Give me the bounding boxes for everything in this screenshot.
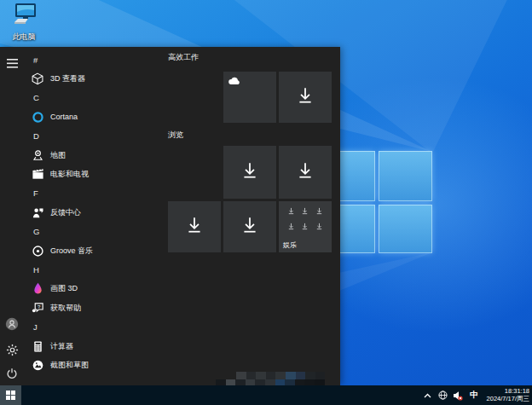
calculator-icon-box — [31, 339, 44, 353]
mosaic-block — [235, 379, 246, 385]
app-list-section-letter[interactable]: G — [26, 223, 162, 241]
tray-network-button[interactable] — [437, 390, 448, 402]
mosaic-block — [315, 372, 326, 379]
download-arrow-icon — [287, 223, 295, 230]
mosaic-block — [216, 379, 226, 385]
app-label: 3D 查看器 — [50, 73, 85, 84]
app-label: Groove 音乐 — [50, 246, 93, 257]
folder-tile-label: 娱乐 — [283, 240, 297, 250]
mosaic-block — [296, 372, 306, 379]
app-label: 地图 — [50, 150, 66, 161]
ime-indicator[interactable]: 中 — [468, 390, 480, 401]
app-label: G — [33, 227, 39, 236]
tile-pending-download[interactable] — [223, 201, 276, 252]
app-label: D — [33, 131, 39, 141]
movies-tv-icon-box — [31, 168, 44, 182]
app-label: J — [33, 322, 38, 332]
tile-pending-download[interactable] — [223, 146, 276, 199]
tile-pending-download[interactable] — [168, 201, 221, 252]
system-tray: 中 18:31:18 2024/7/17/周三 — [422, 385, 532, 405]
paint-3d-icon-box — [31, 282, 44, 296]
app-list-item[interactable]: 反馈中心 — [26, 203, 162, 222]
download-arrow-icon — [240, 161, 259, 180]
app-list-item[interactable]: 计算器 — [26, 337, 162, 356]
tile-group-title: 高效工作 — [168, 52, 199, 63]
app-list-item[interactable]: 画图 3D — [26, 280, 162, 298]
power-button[interactable] — [3, 364, 21, 383]
tile-pending-download[interactable] — [279, 72, 332, 123]
tray-chevron-button[interactable] — [422, 390, 432, 402]
settings-button[interactable] — [3, 340, 21, 359]
mosaic-block — [285, 379, 295, 385]
user-avatar-icon — [5, 317, 19, 331]
app-list-section-letter[interactable]: # — [26, 50, 162, 69]
app-list-section-letter[interactable]: D — [26, 127, 162, 146]
power-icon — [6, 367, 18, 379]
taskbar-clock[interactable]: 18:31:18 2024/7/17/周三 — [485, 388, 530, 402]
tile-pending-download[interactable] — [279, 146, 332, 199]
tile-onedrive[interactable] — [223, 72, 276, 123]
app-list: #3D 查看器CCortanaD地图电影和电视F反馈中心GGroove 音乐H画… — [26, 50, 162, 375]
groove-music-icon — [32, 245, 44, 257]
app-list-item[interactable]: Cortana — [26, 107, 162, 126]
mosaic-block — [304, 379, 315, 385]
mosaic-block — [305, 372, 315, 379]
feedback-hub-icon-box — [31, 205, 44, 219]
download-arrow-icon — [296, 161, 315, 180]
download-arrow-icon — [301, 207, 309, 215]
onedrive-cloud-icon — [228, 77, 241, 85]
start-menu: #3D 查看器CCortanaD地图电影和电视F反馈中心GGroove 音乐H画… — [0, 47, 340, 385]
wallpaper-logo-pane — [379, 151, 432, 201]
desktop-icon-label: 此电脑 — [5, 32, 43, 43]
mosaic-block — [246, 379, 256, 385]
3d-viewer-icon — [32, 72, 44, 85]
app-list-section-letter[interactable]: F — [26, 184, 162, 203]
download-arrow-icon — [315, 207, 323, 215]
mosaic-block — [275, 372, 286, 379]
app-list-item[interactable]: ?获取帮助 — [26, 298, 162, 317]
get-help-icon-box: ? — [31, 301, 44, 315]
app-list-item[interactable]: 截图和草图 — [26, 356, 162, 374]
download-arrow — [240, 216, 259, 238]
mosaic-block — [266, 372, 276, 379]
feedback-hub-icon — [32, 206, 44, 219]
mosaic-row — [236, 372, 325, 379]
app-label: 电影和电视 — [50, 169, 89, 180]
tile-group-title: 浏览 — [168, 130, 183, 141]
app-list-item[interactable]: 电影和电视 — [26, 165, 162, 183]
svg-text:?: ? — [37, 303, 40, 309]
windows-start-icon — [6, 391, 15, 400]
speaker-muted-icon — [453, 391, 463, 401]
start-button[interactable] — [0, 385, 21, 405]
get-help-icon: ? — [32, 302, 44, 315]
mosaic-block — [255, 379, 265, 385]
app-list-item[interactable]: 3D 查看器 — [26, 69, 162, 88]
menu-hamburger-button[interactable] — [3, 54, 21, 72]
mosaic-block — [236, 372, 246, 379]
clock-date: 2024/7/17/周三 — [485, 396, 529, 403]
mosaic-block — [295, 379, 305, 385]
download-arrow — [185, 216, 204, 238]
maps-icon — [32, 149, 44, 162]
snip-sketch-icon — [32, 359, 44, 372]
app-label: # — [33, 55, 38, 65]
screen: 此电脑 — [0, 0, 532, 405]
download-arrow-icon — [315, 223, 323, 230]
tray-volume-button[interactable] — [453, 390, 463, 402]
app-list-item[interactable]: 地图 — [26, 146, 162, 165]
app-list-section-letter[interactable]: J — [26, 317, 162, 336]
wallpaper-logo-pane — [379, 205, 432, 253]
desktop-icon-this-pc[interactable]: 此电脑 — [5, 3, 43, 43]
mosaic-block — [315, 379, 325, 385]
download-arrow — [296, 86, 315, 108]
download-arrow — [240, 161, 259, 183]
app-list-section-letter[interactable]: C — [26, 89, 162, 107]
mosaic-block — [256, 372, 266, 379]
user-account-button[interactable] — [3, 315, 21, 333]
tile-folder-娱乐[interactable]: 娱乐 — [279, 201, 332, 252]
app-list-item[interactable]: Groove 音乐 — [26, 241, 162, 260]
mosaic-block — [275, 379, 286, 385]
paint-3d-icon — [32, 282, 44, 295]
app-list-section-letter[interactable]: H — [26, 260, 162, 279]
app-label: 截图和草图 — [50, 360, 89, 371]
